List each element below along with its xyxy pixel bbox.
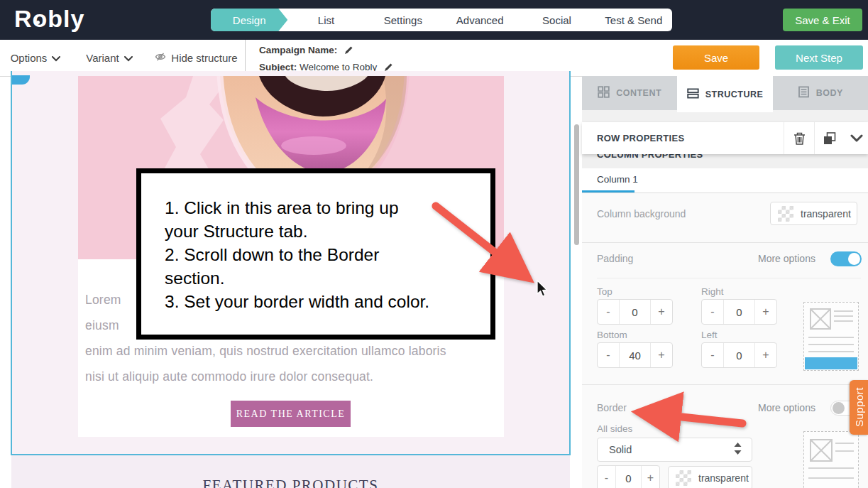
options-label: Options <box>11 52 48 64</box>
increment-button[interactable]: + <box>650 300 672 324</box>
rows-icon <box>687 87 699 102</box>
padding-left-label: Left <box>701 330 718 340</box>
padding-bottom-label: Bottom <box>597 330 627 340</box>
padding-left-value[interactable]: 0 <box>724 343 754 367</box>
step-nav: Design List Settings Advanced Social Tes… <box>211 9 672 31</box>
image-placeholder-icon <box>810 439 833 462</box>
sub-divider <box>597 278 861 278</box>
robly-logo-dot <box>36 21 40 24</box>
tab-content[interactable]: CONTENT <box>582 76 677 110</box>
featured-products-row[interactable]: FEATURED PRODUCTS <box>11 455 570 488</box>
canvas-scrollbar-thumb[interactable] <box>574 124 579 245</box>
support-tab[interactable]: Support <box>850 380 868 435</box>
save-exit-button[interactable]: Save & Exit <box>783 9 862 31</box>
padding-left-stepper: - 0 + <box>701 342 777 368</box>
border-all-sides-label: All sides <box>597 423 632 434</box>
tab-social[interactable]: Social <box>518 9 595 31</box>
text-line <box>808 351 854 352</box>
instruction-line: 1. Click in this area to bring up <box>165 196 490 219</box>
transparent-swatch-icon <box>676 470 691 486</box>
tab-test-send[interactable]: Test & Send <box>595 9 672 31</box>
delete-row-button[interactable] <box>784 122 814 154</box>
edit-campaign-name-icon[interactable] <box>344 44 353 60</box>
decrement-button[interactable]: - <box>598 466 616 488</box>
text-line <box>834 310 853 312</box>
text-line <box>808 344 854 345</box>
padding-top-value[interactable]: 0 <box>620 300 650 324</box>
grid-icon <box>598 86 610 100</box>
transparent-swatch-icon <box>778 206 793 222</box>
duplicate-icon <box>823 131 837 146</box>
chevron-down-icon <box>124 52 133 64</box>
text-line <box>808 337 854 338</box>
column-properties-label: COLUMN PROPERTIES <box>597 154 868 160</box>
border-preview <box>803 431 859 488</box>
text-line <box>834 320 853 322</box>
save-button[interactable]: Save <box>673 45 759 70</box>
bottom-padding-indicator <box>805 357 857 369</box>
border-width-value[interactable]: 0 <box>616 466 641 488</box>
border-color-value: transparent <box>698 472 749 484</box>
tab-body-label: BODY <box>816 88 843 98</box>
decrement-button[interactable]: - <box>598 343 620 367</box>
border-title: Border <box>597 402 627 413</box>
padding-bottom-stepper: - 40 + <box>597 342 673 368</box>
featured-products-heading: FEATURED PRODUCTS <box>11 477 570 488</box>
column-1-tab[interactable]: Column 1 <box>582 168 868 193</box>
increment-button[interactable]: + <box>641 466 659 488</box>
chevron-down-icon <box>52 52 60 64</box>
duplicate-row-button[interactable] <box>814 122 845 154</box>
increment-button[interactable]: + <box>754 300 776 324</box>
decrement-button[interactable]: - <box>598 300 620 324</box>
tab-list[interactable]: List <box>287 9 364 31</box>
column-background-color-picker[interactable]: transparent <box>770 202 857 225</box>
increment-button[interactable]: + <box>650 343 672 367</box>
section-divider <box>582 384 868 385</box>
padding-more-options-toggle[interactable] <box>830 251 862 266</box>
increment-button[interactable]: + <box>754 343 776 367</box>
padding-bottom-value[interactable]: 40 <box>620 343 650 367</box>
column-properties-header-clipped: COLUMN PROPERTIES <box>582 154 868 168</box>
text-line <box>808 467 854 469</box>
instruction-line: 2. Scroll down to the Border <box>165 243 490 266</box>
robly-email-editor: Robly Design List Settings Advanced Soci… <box>0 0 868 488</box>
toggle-knob <box>833 402 845 414</box>
border-more-options-label: More options <box>758 402 815 413</box>
collapse-panel-button[interactable] <box>845 122 868 154</box>
tab-structure[interactable]: STRUCTURE <box>677 76 772 112</box>
row-properties-label: ROW PROPERTIES <box>597 133 784 143</box>
instruction-line: section. <box>165 266 490 290</box>
padding-right-stepper: - 0 + <box>701 299 777 325</box>
tab-settings[interactable]: Settings <box>365 9 441 31</box>
panel-tabs: CONTENT STRUCTURE BODY <box>582 76 868 110</box>
tab-design[interactable]: Design <box>211 9 287 31</box>
trash-icon <box>793 131 806 146</box>
read-article-button[interactable]: READ THE ARTICLE <box>231 401 351 427</box>
border-color-picker[interactable]: transparent <box>668 466 752 488</box>
section-divider <box>582 242 868 243</box>
text-line <box>835 450 854 452</box>
next-step-button[interactable]: Next Step <box>775 45 863 70</box>
tab-advanced[interactable]: Advanced <box>441 9 518 31</box>
tab-body[interactable]: BODY <box>773 76 868 110</box>
hide-structure-label: Hide structure <box>171 52 237 64</box>
up-down-arrows-icon <box>734 443 742 457</box>
padding-preview <box>803 302 859 371</box>
decrement-button[interactable]: - <box>702 300 724 324</box>
support-label: Support <box>853 387 865 427</box>
chevron-down-icon <box>850 134 863 142</box>
campaign-name-row: Campaign Name: <box>259 43 393 60</box>
eye-off-icon <box>155 51 166 65</box>
row-properties-bar: ROW PROPERTIES <box>582 122 868 154</box>
border-width-stepper: - 0 + <box>597 465 660 488</box>
tab-content-label: CONTENT <box>616 88 661 98</box>
instruction-line: 3. Set your border width and color. <box>165 290 490 313</box>
padding-top-stepper: - 0 + <box>597 299 673 325</box>
campaign-name-label: Campaign Name: <box>259 45 337 55</box>
variant-label: Variant <box>86 52 119 64</box>
padding-right-value[interactable]: 0 <box>724 300 754 324</box>
text-line <box>808 477 854 479</box>
decrement-button[interactable]: - <box>702 343 724 367</box>
border-style-select[interactable]: Solid <box>597 438 752 462</box>
top-navigation-bar: Robly Design List Settings Advanced Soci… <box>0 0 868 40</box>
